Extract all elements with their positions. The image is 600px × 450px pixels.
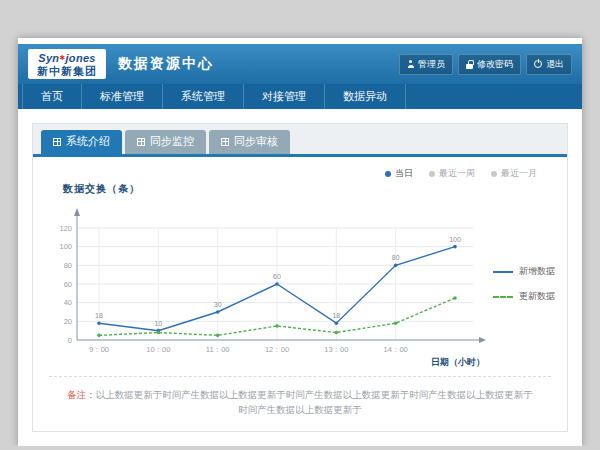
lock-icon (466, 60, 473, 69)
svg-text:13：00: 13：00 (324, 345, 348, 354)
change-password-label: 修改密码 (477, 58, 513, 71)
filter-legend-item[interactable]: 当日 (385, 167, 413, 180)
svg-text:18: 18 (95, 312, 103, 319)
app-window: Syn✱jones 新中新集团 数据资源中心 管理员 修改密码 退出 首页 标准… (18, 38, 582, 446)
series-legend: 新增数据 更新数据 (493, 265, 555, 303)
grid-icon (221, 138, 229, 146)
footnote-text: 以上数据更新于时间产生数据以上数据更新于时间产生数据以上数据更新于时间产生数据以… (96, 389, 533, 415)
svg-text:0: 0 (68, 336, 72, 345)
svg-text:20: 20 (64, 317, 72, 326)
svg-text:9：00: 9：00 (89, 345, 109, 354)
change-password-button[interactable]: 修改密码 (458, 54, 521, 75)
blue-line-sample-icon (493, 271, 513, 273)
filter-label: 最近一月 (501, 167, 537, 180)
series-legend-item-new-data: 新增数据 (493, 265, 555, 278)
filter-label: 最近一周 (439, 167, 475, 180)
footnote-prefix: 备注： (67, 389, 96, 400)
logout-button[interactable]: 退出 (526, 54, 572, 75)
nav-item-system-management[interactable]: 系统管理 (163, 84, 244, 109)
page-title: 数据资源中心 (118, 55, 214, 73)
svg-text:40: 40 (64, 298, 72, 307)
svg-text:10: 10 (154, 320, 162, 327)
svg-text:100: 100 (449, 236, 461, 243)
tab-system-intro[interactable]: 系统介绍 (41, 130, 122, 154)
svg-text:10：00: 10：00 (146, 345, 170, 354)
tab-label: 系统介绍 (66, 134, 110, 149)
legend-dot-icon (491, 171, 497, 177)
filter-legend-item[interactable]: 最近一周 (429, 167, 475, 180)
tab-sync-monitor[interactable]: 同步监控 (125, 130, 206, 154)
main-nav: 首页 标准管理 系统管理 对接管理 数据异动 (18, 84, 582, 109)
svg-text:11：00: 11：00 (206, 345, 230, 354)
series-legend-item-updated-data: 更新数据 (493, 290, 555, 303)
content-panel: 系统介绍 同步监控 同步审核 当日 最近一周 最 (32, 123, 568, 432)
grid-icon (53, 138, 61, 146)
power-icon (534, 60, 542, 68)
svg-text:60: 60 (273, 273, 281, 280)
chart-area: 0204060801001209：0010：0011：0012：0013：001… (33, 196, 567, 372)
admin-user-button[interactable]: 管理员 (399, 54, 453, 75)
user-icon (407, 60, 414, 68)
svg-text:12：00: 12：00 (265, 345, 289, 354)
logo-chinese-text: 新中新集团 (37, 65, 97, 77)
footnote: 备注：以上数据更新于时间产生数据以上数据更新于时间产生数据以上数据更新于时间产生… (33, 377, 567, 431)
chart-filter-legend: 当日 最近一周 最近一月 (33, 157, 567, 180)
logout-label: 退出 (546, 58, 564, 71)
svg-text:30: 30 (214, 301, 222, 308)
series-label: 新增数据 (519, 265, 555, 278)
company-logo: Syn✱jones 新中新集团 (28, 49, 106, 78)
filter-legend-item[interactable]: 最近一月 (491, 167, 537, 180)
nav-item-data-changes[interactable]: 数据异动 (325, 84, 406, 109)
logo-english-text: Syn✱jones (37, 52, 97, 64)
tab-bar: 系统介绍 同步监控 同步审核 (33, 124, 567, 154)
svg-text:18: 18 (332, 312, 340, 319)
legend-dot-icon (429, 171, 435, 177)
app-header: Syn✱jones 新中新集团 数据资源中心 管理员 修改密码 退出 (18, 44, 582, 84)
svg-text:80: 80 (64, 261, 72, 270)
svg-text:60: 60 (64, 280, 72, 289)
grid-icon (137, 138, 145, 146)
admin-user-label: 管理员 (418, 58, 445, 71)
tab-sync-audit[interactable]: 同步审核 (209, 130, 290, 154)
y-axis-title: 数据交换（条） (33, 180, 567, 196)
filter-label: 当日 (395, 167, 413, 180)
nav-item-standard-management[interactable]: 标准管理 (82, 84, 163, 109)
tab-label: 同步审核 (234, 134, 278, 149)
tab-label: 同步监控 (150, 134, 194, 149)
legend-dot-icon (385, 171, 391, 177)
green-dashed-sample-icon (493, 296, 513, 298)
svg-text:120: 120 (59, 224, 72, 233)
header-actions: 管理员 修改密码 退出 (399, 54, 572, 75)
svg-text:80: 80 (392, 254, 400, 261)
series-label: 更新数据 (519, 290, 555, 303)
nav-item-connection-management[interactable]: 对接管理 (244, 84, 325, 109)
svg-text:日期（小时）: 日期（小时） (431, 357, 485, 367)
svg-text:100: 100 (59, 242, 72, 251)
nav-item-home[interactable]: 首页 (22, 84, 82, 109)
svg-text:14：00: 14：00 (384, 345, 408, 354)
line-chart: 0204060801001209：0010：0011：0012：0013：001… (45, 196, 489, 372)
